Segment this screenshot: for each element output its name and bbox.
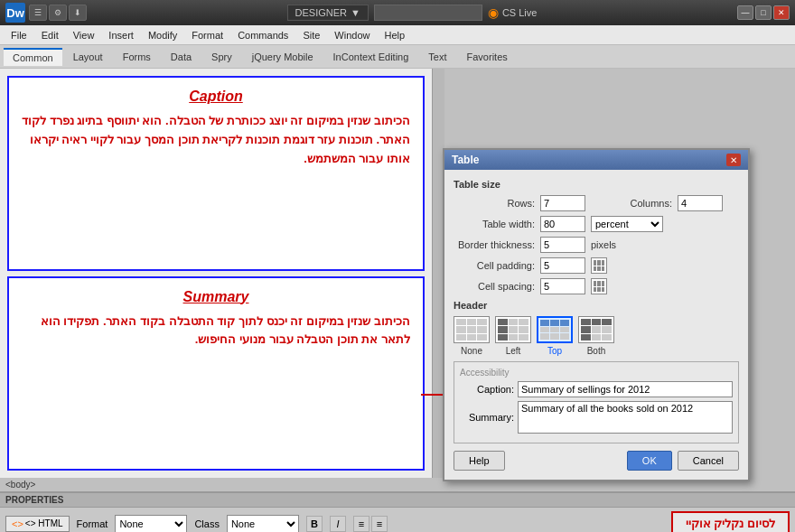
menu-bar: File Edit View Insert Modify Format Comm… (0, 25, 795, 45)
title-bar-center: DESIGNER ▼ ◉ CS Live (87, 5, 737, 21)
header-left[interactable]: Left (495, 316, 531, 356)
caption-access-label: Caption: (460, 384, 514, 395)
menu-edit[interactable]: Edit (34, 28, 66, 42)
tab-favorites[interactable]: Favorites (458, 49, 517, 65)
properties-body: <> <> HTML Format None Class None B I ≡ … (0, 508, 795, 532)
accessibility-label: Accessibility (460, 368, 733, 378)
caption-access-input[interactable] (518, 381, 733, 397)
menu-help[interactable]: Help (377, 28, 412, 42)
properties-title: PROPERTIES (0, 493, 795, 508)
tab-layout[interactable]: Layout (64, 49, 112, 65)
header-top-icon (537, 316, 573, 343)
header-none-icon (454, 316, 490, 343)
menu-site[interactable]: Site (295, 28, 327, 42)
cell-spacing-input[interactable] (540, 278, 585, 294)
ok-button[interactable]: OK (627, 451, 672, 471)
table-width-unit-select[interactable]: percent pixels (591, 216, 663, 232)
menu-insert[interactable]: Insert (101, 28, 141, 42)
dialog-close-button[interactable]: ✕ (726, 154, 741, 166)
properties-panel: PROPERTIES <> <> HTML Format None Class … (0, 491, 795, 532)
cell-padding-input[interactable] (540, 257, 585, 274)
rows-label: Rows: (454, 198, 535, 209)
cs-live-label: CS Live (502, 7, 538, 18)
tab-incontext[interactable]: InContext Editing (324, 49, 418, 65)
caption-access-row: Caption: (460, 381, 733, 397)
summary-access-row: Summary: Summary of all the books sold o… (460, 401, 733, 434)
cell-spacing-icon (591, 278, 607, 294)
tab-text[interactable]: Text (419, 49, 455, 65)
menu-commands[interactable]: Commands (230, 28, 295, 42)
summary-access-input[interactable]: Summary of all the books sold on 2012 (518, 401, 733, 434)
rows-input[interactable] (540, 195, 585, 211)
bold-button[interactable]: B (306, 516, 323, 532)
tab-data[interactable]: Data (162, 49, 201, 65)
close-button[interactable]: ✕ (773, 5, 790, 20)
menu-format[interactable]: Format (184, 28, 230, 42)
cell-padding-row: Cell padding: (454, 257, 739, 274)
table-size-section-title: Table size (454, 179, 739, 190)
dialog-body: Table size Rows: Columns: Table width: p… (444, 170, 748, 480)
ordered-list-button[interactable]: ≡ (353, 516, 369, 532)
header-left-icon (495, 316, 531, 343)
search-input[interactable] (374, 5, 482, 21)
dialog-title: Table (452, 154, 479, 166)
tab-forms[interactable]: Forms (114, 49, 160, 65)
header-top-label: Top (547, 346, 562, 356)
tab-common[interactable]: Common (4, 48, 62, 66)
table-width-input[interactable] (540, 216, 585, 232)
dialog-title-bar: Table ✕ (444, 150, 748, 170)
summary-text: הכיתוב שנזין במיקום זה יכנס לתוך קוד התט… (22, 313, 410, 350)
header-options: None Left (454, 316, 739, 356)
left-panel: Caption הכיתוב שנזין במיקום זה יוצג ככות… (0, 69, 432, 478)
header-none[interactable]: None (454, 316, 490, 356)
border-unit: pixels (591, 239, 616, 250)
maximize-button[interactable]: □ (755, 5, 772, 20)
menu-view[interactable]: View (66, 28, 102, 42)
columns-input[interactable] (678, 195, 723, 211)
cell-padding-icon (591, 257, 607, 274)
header-none-label: None (461, 346, 482, 356)
accessibility-section: Accessibility Caption: Summary: Summary … (454, 361, 739, 443)
table-width-label: Table width: (454, 219, 535, 229)
class-select[interactable]: None (227, 515, 299, 533)
menu-file[interactable]: File (4, 28, 34, 42)
toolbar: Common Layout Forms Data Spry jQuery Mob… (0, 45, 795, 69)
window-controls: — □ ✕ (737, 5, 790, 20)
caption-box: Caption הכיתוב שנזין במיקום זה יוצג ככות… (7, 76, 425, 271)
italic-button[interactable]: I (330, 516, 346, 532)
cancel-button[interactable]: Cancel (678, 451, 739, 471)
summary-title: Summary (22, 289, 410, 305)
tab-jquery[interactable]: jQuery Mobile (243, 49, 323, 65)
border-input[interactable] (540, 237, 585, 253)
help-button[interactable]: Help (454, 451, 505, 471)
designer-badge[interactable]: DESIGNER ▼ (287, 5, 369, 21)
header-top[interactable]: Top (537, 316, 573, 356)
header-both-icon (578, 316, 614, 343)
designer-label: DESIGNER (295, 7, 347, 18)
summary-access-label: Summary: (460, 412, 514, 423)
html-label: <> HTML (25, 518, 63, 528)
summary-box: Summary הכיתוב שנזין במיקום זה יכנס לתוך… (7, 276, 425, 471)
menu-icon-2[interactable]: ⚙ (49, 5, 67, 21)
menu-icon-3[interactable]: ⬇ (69, 5, 87, 21)
unordered-list-button[interactable]: ≡ (371, 516, 388, 532)
format-select[interactable]: None (115, 515, 187, 533)
cs-icon: ◉ (488, 5, 499, 20)
designer-dropdown-icon[interactable]: ▼ (351, 7, 360, 18)
html-badge[interactable]: <> <> HTML (5, 516, 70, 532)
rows-row: Rows: Columns: (454, 195, 739, 211)
menu-icon-1[interactable]: ☰ (29, 5, 47, 21)
dialog-buttons: Help OK Cancel (454, 451, 739, 471)
border-label: Border thickness: (454, 239, 535, 250)
minimize-button[interactable]: — (737, 5, 753, 20)
columns-label: Columns: (591, 198, 672, 209)
html-angle-icon: <> (12, 518, 23, 529)
table-dialog: Table ✕ Table size Rows: Columns: Table … (443, 148, 750, 481)
header-section-title: Header (454, 300, 739, 311)
list-buttons: ≡ ≡ (353, 516, 388, 532)
finish-button[interactable]: לסיום נקליק אוקיי (671, 511, 790, 532)
header-both[interactable]: Both (578, 316, 614, 356)
menu-modify[interactable]: Modify (141, 28, 184, 42)
tab-spry[interactable]: Spry (202, 49, 241, 65)
menu-window[interactable]: Window (327, 28, 377, 42)
